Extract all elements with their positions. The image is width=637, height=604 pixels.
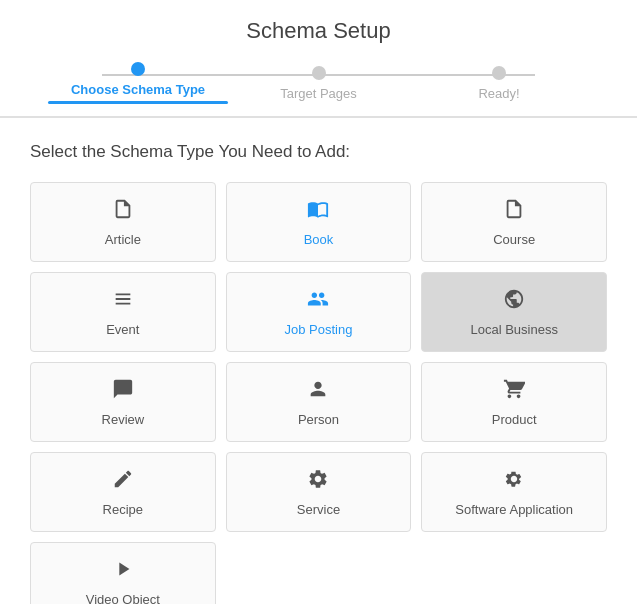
schema-item-book[interactable]: Book — [226, 182, 412, 262]
schema-item-article[interactable]: Article — [30, 182, 216, 262]
step-dot-3 — [492, 66, 506, 80]
schema-item-course[interactable]: Course — [421, 182, 607, 262]
video-object-label: Video Object — [86, 592, 160, 605]
review-label: Review — [102, 412, 145, 427]
person-label: Person — [298, 412, 339, 427]
step-underline-1 — [48, 101, 228, 104]
step-target-pages: Target Pages — [228, 66, 408, 101]
book-label: Book — [304, 232, 334, 247]
step-choose-schema: Choose Schema Type — [48, 62, 228, 104]
stepper: Choose Schema Type Target Pages Ready! — [0, 54, 637, 117]
local-business-icon — [503, 288, 525, 316]
page-title: Schema Setup — [246, 0, 390, 54]
product-label: Product — [492, 412, 537, 427]
schema-item-video-object[interactable]: Video Object — [30, 542, 216, 604]
article-label: Article — [105, 232, 141, 247]
job-posting-label: Job Posting — [285, 322, 353, 337]
event-icon — [112, 288, 134, 316]
service-icon — [307, 468, 329, 496]
step-dot-2 — [312, 66, 326, 80]
local-business-label: Local Business — [470, 322, 557, 337]
course-icon — [503, 198, 525, 226]
article-icon — [112, 198, 134, 226]
step-label-1: Choose Schema Type — [71, 82, 205, 97]
section-title: Select the Schema Type You Need to Add: — [30, 142, 607, 162]
schema-item-event[interactable]: Event — [30, 272, 216, 352]
software-application-label: Software Application — [455, 502, 573, 517]
step-dot-1 — [131, 62, 145, 76]
product-icon — [503, 378, 525, 406]
schema-item-local-business[interactable]: Local Business — [421, 272, 607, 352]
schema-item-service[interactable]: Service — [226, 452, 412, 532]
schema-item-person[interactable]: Person — [226, 362, 412, 442]
video-object-icon — [112, 558, 134, 586]
schema-item-review[interactable]: Review — [30, 362, 216, 442]
book-icon — [307, 198, 329, 226]
schema-grid: ArticleBookCourseEventJob PostingLocal B… — [30, 182, 607, 604]
service-label: Service — [297, 502, 340, 517]
schema-item-software-application[interactable]: Software Application — [421, 452, 607, 532]
review-icon — [112, 378, 134, 406]
top-bar: Schema Setup Choose Schema Type Target P… — [0, 0, 637, 118]
step-ready: Ready! — [409, 66, 589, 101]
schema-item-recipe[interactable]: Recipe — [30, 452, 216, 532]
recipe-label: Recipe — [103, 502, 143, 517]
content-area: Select the Schema Type You Need to Add: … — [0, 118, 637, 604]
step-label-2: Target Pages — [280, 86, 357, 101]
software-application-icon — [503, 468, 525, 496]
person-icon — [307, 378, 329, 406]
schema-item-job-posting[interactable]: Job Posting — [226, 272, 412, 352]
schema-item-product[interactable]: Product — [421, 362, 607, 442]
step-label-3: Ready! — [478, 86, 519, 101]
recipe-icon — [112, 468, 134, 496]
course-label: Course — [493, 232, 535, 247]
job-posting-icon — [307, 288, 329, 316]
event-label: Event — [106, 322, 139, 337]
